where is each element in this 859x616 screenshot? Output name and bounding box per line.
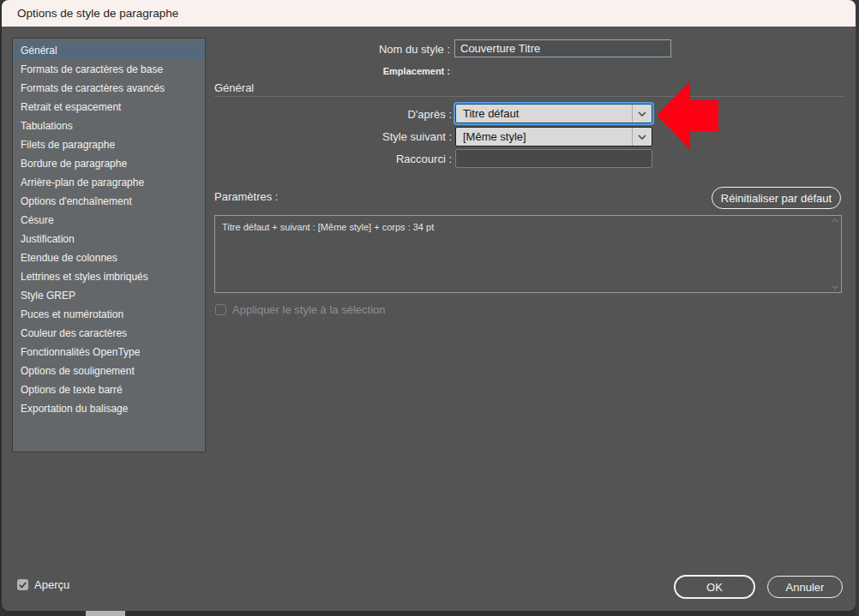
sidebar-item-hyphenation[interactable]: Césure: [13, 211, 205, 230]
settings-summary-text: Titre défaut + suivant : [Même style] + …: [222, 222, 434, 232]
sidebar-item-indents-spacing[interactable]: Retrait et espacement: [13, 98, 205, 117]
background-app-scrollbar: [86, 611, 125, 616]
based-on-combobox[interactable]: Titre défaut: [455, 104, 652, 123]
scroll-up-icon[interactable]: [832, 218, 838, 223]
sidebar-item-span-columns[interactable]: Etendue de colonnes: [13, 248, 205, 267]
apply-style-checkbox: [215, 304, 226, 315]
sidebar-item-advanced-character-formats[interactable]: Formats de caractères avancés: [13, 79, 205, 98]
sidebar-item-basic-character-formats[interactable]: Formats de caractères de base: [13, 60, 205, 79]
preview-checkbox[interactable]: [17, 579, 28, 590]
dialog-titlebar[interactable]: Options de style de paragraphe: [2, 0, 856, 27]
style-name-input[interactable]: [454, 39, 671, 57]
background-right-edge: [856, 0, 859, 616]
next-style-value: [Même style]: [456, 130, 632, 143]
scroll-down-icon[interactable]: [832, 285, 838, 290]
sidebar-item-underline-options[interactable]: Options de soulignement: [13, 362, 205, 380]
section-title-general: Général: [214, 81, 254, 94]
dialog-title: Options de style de paragraphe: [17, 7, 178, 20]
apply-style-label: Appliquer le style à la sélection: [232, 303, 386, 317]
shortcut-input[interactable]: [455, 149, 652, 168]
sidebar-item-general[interactable]: Général: [13, 41, 205, 60]
shortcut-label: Raccourci :: [285, 153, 452, 166]
based-on-label: D'après :: [285, 108, 452, 122]
sidebar-item-bullets-numbering[interactable]: Puces et numérotation: [13, 305, 205, 324]
ok-button[interactable]: OK: [674, 575, 755, 599]
sidebar-item-justification[interactable]: Justification: [13, 230, 205, 248]
check-icon: [19, 582, 27, 589]
sidebar-item-export-tagging[interactable]: Exportation du balisage: [13, 399, 205, 418]
cancel-button[interactable]: Annuler: [767, 576, 843, 598]
sidebar-item-strikethrough-options[interactable]: Options de texte barré: [13, 380, 205, 399]
sidebar-item-keep-options[interactable]: Options d'enchaînement: [13, 192, 205, 211]
next-style-label: Style suivant :: [285, 130, 452, 144]
background-app-strip: [0, 611, 859, 616]
next-style-combobox[interactable]: [Même style]: [455, 127, 652, 147]
settings-summary-box[interactable]: Titre défaut + suivant : [Même style] + …: [214, 215, 842, 293]
style-name-label: Nom du style :: [285, 43, 450, 57]
settings-label: Paramètres :: [214, 190, 300, 204]
paragraph-style-options-dialog: Options de style de paragraphe Général F…: [2, 0, 856, 611]
sidebar-item-drop-caps-nested-styles[interactable]: Lettrines et styles imbriqués: [13, 267, 205, 286]
sidebar-item-paragraph-rules[interactable]: Filets de paragraphe: [13, 135, 205, 154]
based-on-value: Titre défaut: [456, 107, 632, 120]
sidebar-item-grep-style[interactable]: Style GREP: [13, 286, 205, 305]
sidebar-item-tabs[interactable]: Tabulations: [13, 117, 205, 135]
location-label: Emplacement :: [285, 64, 450, 78]
sidebar-item-paragraph-border[interactable]: Bordure de paragraphe: [13, 154, 205, 173]
section-divider: [214, 96, 844, 97]
reset-to-default-button[interactable]: Réinitialiser par défaut: [712, 187, 841, 209]
sidebar-item-paragraph-shading[interactable]: Arrière-plan de paragraphe: [13, 173, 205, 192]
chevron-down-icon[interactable]: [632, 105, 652, 123]
sidebar-item-character-color[interactable]: Couleur des caractères: [13, 324, 205, 343]
preview-label: Aperçu: [34, 578, 69, 592]
sidebar-item-opentype-features[interactable]: Fonctionnalités OpenType: [13, 343, 205, 362]
category-list: Général Formats de caractères de base Fo…: [12, 38, 206, 452]
chevron-down-icon[interactable]: [632, 128, 652, 146]
